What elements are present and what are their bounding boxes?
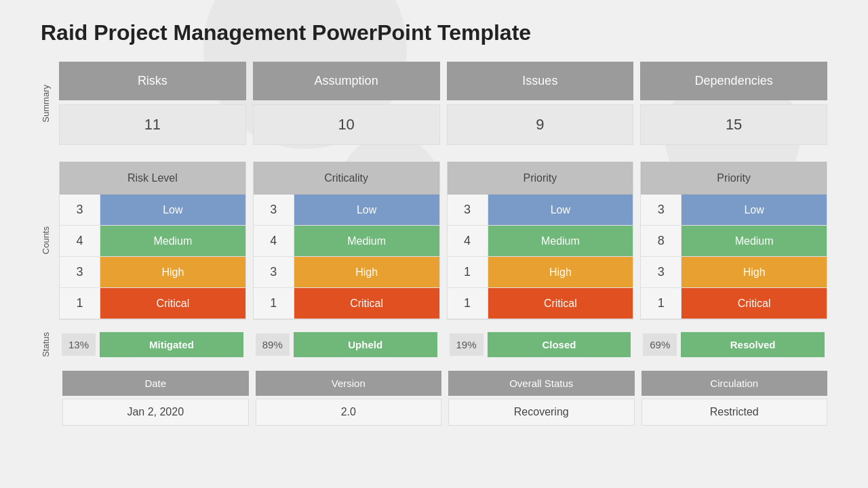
footer-value-0: Jan 2, 2020 — [62, 399, 249, 426]
counts-row-0-1: 4 Medium — [60, 226, 245, 257]
status-section: Status 13% Mitigated 89% Upheld 19% Clos… — [41, 329, 827, 360]
count-label-3-1: Medium — [682, 226, 827, 256]
footer-col-3: Circulation Restricted — [642, 371, 828, 426]
counts-row-1-0: 3 Low — [254, 195, 439, 226]
summary-value-0: 11 — [59, 104, 246, 145]
count-num-3-1: 8 — [641, 226, 682, 256]
footer-header-2: Overall Status — [448, 371, 635, 396]
status-label: Status — [41, 332, 51, 357]
summary-section: Summary Risks 11 Assumption 10 Issues 9 … — [41, 62, 827, 145]
status-pct-1: 89% — [256, 333, 290, 356]
page-title: Raid Project Management PowerPoint Templ… — [41, 20, 827, 45]
summary-col-2: Issues 9 — [447, 62, 634, 145]
status-label-1: Upheld — [294, 332, 437, 357]
status-bar-1: 89% Upheld — [253, 329, 440, 360]
counts-header-3: Priority — [641, 162, 827, 195]
footer-header-0: Date — [62, 371, 249, 396]
status-bar-0: 13% Mitigated — [59, 329, 246, 360]
footer-section: Date Jan 2, 2020 Version 2.0 Overall Sta… — [41, 371, 827, 426]
count-label-0-2: High — [100, 257, 245, 287]
count-label-2-0: Low — [488, 195, 633, 225]
counts-row-1-3: 1 Critical — [254, 288, 439, 319]
count-num-2-2: 1 — [448, 257, 488, 287]
counts-col-3: Priority 3 Low 8 Medium 3 High 1 Critica… — [640, 161, 827, 320]
count-num-1-1: 4 — [254, 226, 294, 256]
count-label-0-0: Low — [100, 195, 245, 225]
counts-row-2-2: 1 High — [448, 257, 633, 288]
count-num-0-0: 3 — [60, 195, 100, 225]
count-num-1-3: 1 — [254, 288, 294, 319]
summary-value-2: 9 — [447, 104, 634, 145]
counts-row-1-2: 3 High — [254, 257, 439, 288]
counts-section: Counts Risk Level 3 Low 4 Medium 3 High … — [41, 161, 827, 320]
counts-row-0-3: 1 Critical — [60, 288, 245, 319]
summary-col-1: Assumption 10 — [253, 62, 440, 145]
footer-value-1: 2.0 — [256, 399, 442, 426]
footer-col-1: Version 2.0 — [256, 371, 442, 426]
status-bar-3: 69% Resolved — [640, 329, 827, 360]
footer-grid: Date Jan 2, 2020 Version 2.0 Overall Sta… — [62, 371, 827, 426]
count-label-2-1: Medium — [488, 226, 633, 256]
counts-header-0: Risk Level — [60, 162, 245, 195]
status-pct-0: 13% — [62, 333, 96, 356]
counts-header-1: Criticality — [254, 162, 439, 195]
count-num-3-2: 3 — [641, 257, 682, 287]
count-label-3-0: Low — [682, 195, 827, 225]
count-label-3-3: Critical — [682, 288, 827, 319]
count-label-1-0: Low — [294, 195, 439, 225]
count-num-3-0: 3 — [641, 195, 682, 225]
summary-header-0: Risks — [59, 62, 246, 100]
count-num-0-3: 1 — [60, 288, 100, 319]
count-num-3-3: 1 — [641, 288, 682, 319]
count-label-1-3: Critical — [294, 288, 439, 319]
status-pct-2: 19% — [450, 333, 484, 356]
count-label-2-3: Critical — [488, 288, 633, 319]
summary-value-1: 10 — [253, 104, 440, 145]
status-label-3: Resolved — [681, 332, 825, 357]
counts-col-1: Criticality 3 Low 4 Medium 3 High 1 Crit… — [253, 161, 440, 320]
count-label-3-2: High — [682, 257, 827, 287]
count-label-0-3: Critical — [100, 288, 245, 319]
count-num-2-1: 4 — [448, 226, 488, 256]
counts-col-2: Priority 3 Low 4 Medium 1 High 1 Critica… — [447, 161, 634, 320]
counts-row-2-1: 4 Medium — [448, 226, 633, 257]
counts-row-3-0: 3 Low — [641, 195, 827, 226]
count-label-1-2: High — [294, 257, 439, 287]
footer-value-2: Recovering — [448, 399, 635, 426]
count-num-1-2: 3 — [254, 257, 294, 287]
counts-row-0-0: 3 Low — [60, 195, 245, 226]
summary-grid: Risks 11 Assumption 10 Issues 9 Dependen… — [59, 62, 827, 145]
footer-col-0: Date Jan 2, 2020 — [62, 371, 249, 426]
summary-col-3: Dependencies 15 — [640, 62, 827, 145]
count-num-2-3: 1 — [448, 288, 488, 319]
summary-header-2: Issues — [447, 62, 634, 100]
count-label-0-1: Medium — [100, 226, 245, 256]
count-num-0-2: 3 — [60, 257, 100, 287]
counts-row-3-2: 3 High — [641, 257, 827, 288]
counts-row-0-2: 3 High — [60, 257, 245, 288]
counts-grid: Risk Level 3 Low 4 Medium 3 High 1 Criti… — [59, 161, 827, 320]
counts-label: Counts — [41, 226, 51, 254]
counts-row-3-3: 1 Critical — [641, 288, 827, 319]
summary-header-1: Assumption — [253, 62, 440, 100]
status-grid: 13% Mitigated 89% Upheld 19% Closed 69% … — [59, 329, 827, 360]
footer-header-3: Circulation — [642, 371, 828, 396]
count-label-2-2: High — [488, 257, 633, 287]
count-num-1-0: 3 — [254, 195, 294, 225]
footer-value-3: Restricted — [642, 399, 828, 426]
status-label-2: Closed — [488, 332, 631, 357]
counts-col-0: Risk Level 3 Low 4 Medium 3 High 1 Criti… — [59, 161, 246, 320]
footer-col-2: Overall Status Recovering — [448, 371, 635, 426]
counts-row-2-0: 3 Low — [448, 195, 633, 226]
status-bar-2: 19% Closed — [447, 329, 634, 360]
summary-col-0: Risks 11 — [59, 62, 246, 145]
count-label-1-1: Medium — [294, 226, 439, 256]
status-label-0: Mitigated — [100, 332, 243, 357]
summary-value-3: 15 — [640, 104, 827, 145]
summary-header-3: Dependencies — [640, 62, 827, 100]
status-pct-3: 69% — [643, 333, 677, 356]
counts-header-2: Priority — [448, 162, 633, 195]
counts-row-1-1: 4 Medium — [254, 226, 439, 257]
footer-header-1: Version — [256, 371, 442, 396]
count-num-2-0: 3 — [448, 195, 488, 225]
